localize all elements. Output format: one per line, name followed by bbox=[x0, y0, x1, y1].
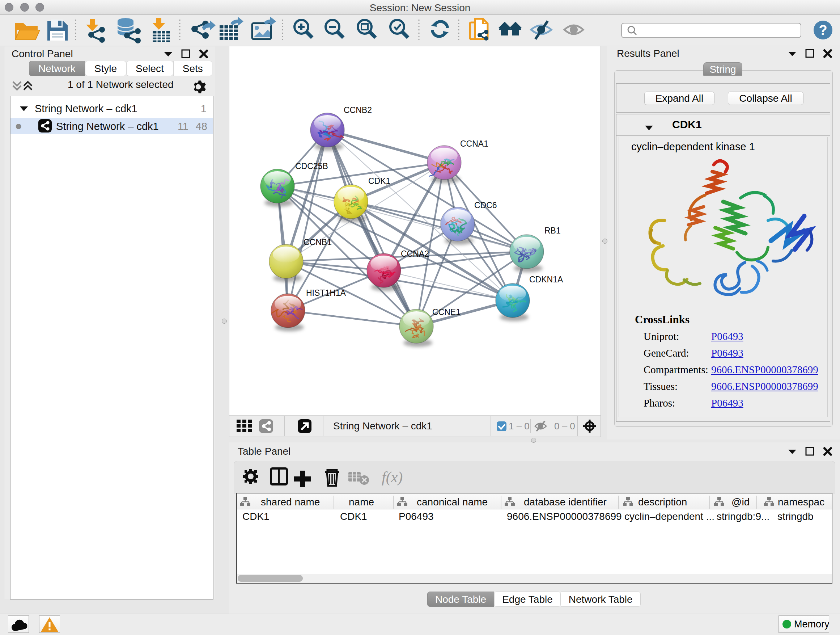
svg-text:1 – 0: 1 – 0 bbox=[508, 421, 530, 432]
svg-text:HIST1H1A: HIST1H1A bbox=[306, 288, 346, 298]
svg-text:CCNA1: CCNA1 bbox=[460, 139, 488, 149]
svg-text:CCNB2: CCNB2 bbox=[344, 105, 372, 115]
svg-text:@id: @id bbox=[731, 496, 750, 508]
svg-text:CDKN1A: CDKN1A bbox=[529, 275, 563, 284]
svg-text:database identifier: database identifier bbox=[524, 496, 607, 508]
svg-text:0 – 0: 0 – 0 bbox=[554, 421, 575, 432]
svg-text:CDC6: CDC6 bbox=[474, 201, 497, 210]
svg-text:?: ? bbox=[819, 22, 827, 38]
svg-text:f(x): f(x) bbox=[382, 469, 403, 486]
svg-text:CDK1: CDK1 bbox=[368, 176, 390, 186]
svg-text:description: description bbox=[638, 496, 687, 508]
svg-text:namespac: namespac bbox=[778, 496, 824, 508]
svg-text:CCNA2: CCNA2 bbox=[401, 249, 429, 258]
svg-text:RB1: RB1 bbox=[545, 226, 561, 235]
svg-text:CDC25B: CDC25B bbox=[295, 162, 328, 171]
svg-text:shared name: shared name bbox=[261, 496, 320, 508]
svg-text:CCNB1: CCNB1 bbox=[303, 238, 332, 247]
svg-text:canonical name: canonical name bbox=[417, 496, 488, 508]
svg-text:CCNE1: CCNE1 bbox=[432, 307, 461, 317]
svg-text:name: name bbox=[349, 496, 374, 508]
